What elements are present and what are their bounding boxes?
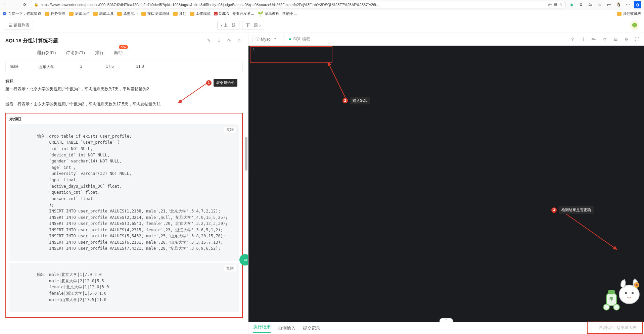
cell-avg-days: 17.5	[95, 62, 125, 72]
profile-icon[interactable]: ◑	[634, 1, 641, 8]
baidu-icon: ☸	[3, 11, 7, 16]
forward-button[interactable]: →	[12, 1, 19, 8]
csdn-icon: C	[214, 12, 218, 15]
feedback-icon[interactable]: ⚐	[235, 37, 243, 44]
bookmark-test-admin[interactable]: 测试后台	[69, 11, 90, 16]
bookmark-tasks[interactable]: 任务管理	[45, 11, 65, 16]
extensions-icon[interactable]: ⚙	[578, 1, 584, 8]
tab-solutions[interactable]: 题解(261)	[36, 48, 56, 59]
folder-icon	[69, 12, 74, 16]
example-input-code: 复制输入：drop table if exists user_profile; …	[9, 124, 239, 260]
reset-icon[interactable]: ↻	[602, 36, 608, 42]
chevron-left-icon: ‹	[221, 23, 222, 28]
tab-self-input[interactable]: 自测输入	[278, 325, 295, 331]
bookmark-proto[interactable]: 原型地址	[117, 11, 138, 16]
addon1-icon[interactable]: 🗃	[606, 1, 612, 8]
format-icon[interactable]: ≡∘	[591, 36, 597, 42]
annotation-highlight-run	[587, 322, 643, 334]
read-aloud-icon[interactable]: Aⁿ	[548, 3, 552, 7]
tab-rank[interactable]: 排行	[94, 48, 104, 59]
annotation-marker-3: 3	[551, 207, 557, 213]
back-button[interactable]: ←	[3, 1, 9, 8]
favorite-icon[interactable]: ☆	[559, 2, 562, 7]
code-editor[interactable]: 1 2 输入SQL 3 检测结果是否正确	[248, 46, 644, 322]
bookmark-test-tools[interactable]: 测试工具	[93, 11, 114, 16]
problem-list-button[interactable]: ☰题目列表	[5, 21, 33, 30]
db-select[interactable]: ⓘ Mysql	[252, 35, 284, 43]
bookmark-csdn[interactable]: CCSDN - 专业开发者...	[214, 11, 254, 16]
editor-toolbar: ⓘ Mysql SQL 编程 ? ↧ ≡∘ ↻ ▤ ⚙ ⛶	[248, 33, 644, 46]
annotation-highlight-input	[250, 46, 332, 63]
new-badge: new	[119, 45, 128, 49]
svg-point-3	[619, 285, 639, 304]
bookmark-baidu[interactable]: ☸百度一下，你就知道	[3, 11, 41, 16]
collections-icon[interactable]: 🗂	[587, 1, 594, 8]
bookmark-work-rules[interactable]: 工作规范	[190, 11, 211, 16]
annotation-arrow-2	[316, 59, 356, 103]
example-input-text: drop table if exists user_profile; CREAT…	[49, 133, 228, 252]
vue-devtools-icon[interactable]: ◆	[568, 1, 575, 8]
menu-icon[interactable]: ⋯	[625, 1, 631, 8]
annotation-marker-2: 2	[342, 98, 348, 103]
list-icon: ☰	[8, 23, 12, 28]
svg-point-11	[603, 304, 609, 310]
copy-button[interactable]: 复制	[224, 265, 236, 272]
bookmark-other[interactable]: 其他	[173, 11, 186, 16]
copy-button[interactable]: 复制	[224, 126, 236, 133]
tab-submissions[interactable]: 提交记录	[303, 325, 320, 331]
favorites-icon[interactable]: ☆	[596, 1, 603, 8]
problem-title: SQL18 分组计算练习题	[5, 38, 202, 44]
fullscreen-icon[interactable]: ⛶	[634, 36, 640, 42]
folder-icon	[117, 12, 122, 16]
settings-icon[interactable]: ⚙	[623, 36, 629, 42]
scroll-top-button[interactable]: TOP	[239, 254, 248, 266]
addon2-icon[interactable]: 🐧	[615, 1, 622, 8]
next-problem-button[interactable]: 下一题›	[242, 21, 264, 30]
note-icon[interactable]: ▤	[612, 36, 618, 42]
info-icon: ⓘ	[256, 36, 260, 42]
folder-icon	[93, 12, 98, 16]
tab-run-result[interactable]: 执行结果	[253, 324, 271, 333]
tab-discuss[interactable]: 讨论(571)	[65, 48, 85, 59]
reload-button[interactable]: ⟳	[21, 1, 28, 8]
user-avatar[interactable]	[630, 21, 639, 30]
tab-problem[interactable]: 题目	[12, 48, 28, 59]
translate-icon[interactable]: ▤	[554, 2, 557, 7]
editor-panel: ⓘ Mysql SQL 编程 ? ↧ ≡∘ ↻ ▤ ⚙ ⛶ 1 2 输入SQL	[248, 33, 644, 334]
annotation-label-1: 表创建语句	[214, 79, 237, 87]
collapse-handle[interactable]: ⌃	[440, 318, 453, 323]
annotation-marker-1: 1	[206, 80, 212, 86]
share-icon[interactable]: ↷	[225, 37, 233, 44]
svg-point-7	[636, 284, 638, 286]
star-icon[interactable]: ☆	[215, 37, 223, 44]
svg-line-1	[328, 62, 346, 99]
problem-panel: SQL18 分组计算练习题 ✎ ☆ ↷ ⚐ 题目 题解(261) 讨论(571)…	[0, 33, 248, 334]
edit-icon[interactable]: ✎	[205, 37, 213, 44]
example-title: 示例1	[9, 116, 239, 122]
folder-icon	[141, 12, 146, 16]
cell-count: 2	[68, 62, 95, 72]
scrollbar-thumb[interactable]	[245, 137, 247, 171]
svg-point-12	[613, 304, 619, 310]
annotation-label-2: 输入SQL	[350, 97, 370, 104]
bookmark-api-test[interactable]: 接口测试地址	[141, 11, 170, 16]
help-icon[interactable]: ?	[569, 36, 576, 42]
prev-problem-button[interactable]: ‹上一题	[217, 21, 239, 30]
download-icon[interactable]: ↧	[580, 36, 586, 42]
bookmark-other-favorites[interactable]: 其他收藏夹	[617, 11, 641, 16]
page-top-bar: ☰题目列表 ‹上一题 下一题›	[0, 18, 644, 33]
tab-interview[interactable]: 面经 new	[113, 48, 123, 59]
example-output-text: male|北京大学|1|7.0|2.0 male|复旦大学|2|12.0|5.5…	[49, 272, 109, 303]
address-bar[interactable]: 🔒 https://www.nowcoder.com/practice/009d…	[31, 1, 565, 8]
folder-icon	[45, 12, 49, 16]
svg-rect-9	[608, 290, 615, 294]
cell-avg-posts: 11.0	[125, 62, 155, 72]
annotation-arrow-3	[557, 210, 624, 254]
dot-icon	[289, 38, 291, 40]
bookmark-runoob[interactable]: 🌱菜鸟教程 - 学的不...	[258, 11, 297, 16]
svg-text:申: 申	[609, 296, 614, 301]
svg-point-4	[625, 292, 627, 294]
browser-toolbar: ← → ⟳ 🔒 https://www.nowcoder.com/practic…	[0, 0, 644, 9]
chevron-right-icon: ›	[259, 23, 261, 28]
cell-university: 山东大学	[34, 62, 68, 72]
